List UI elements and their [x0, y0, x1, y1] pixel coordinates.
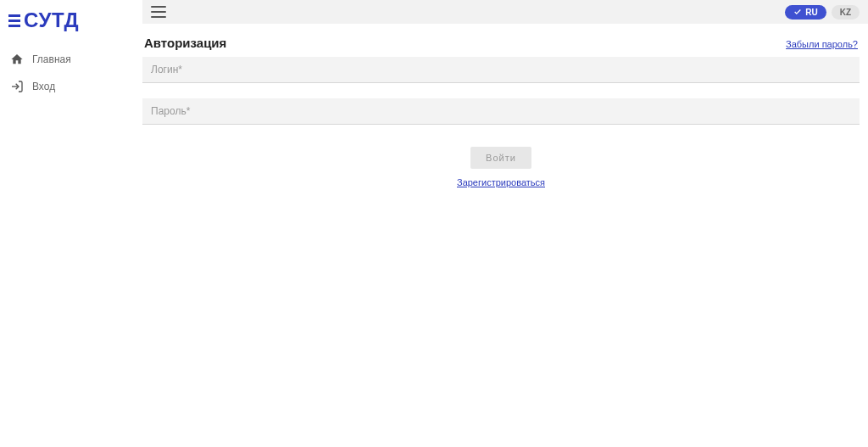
brand-logo: СУТД: [0, 5, 142, 41]
sidebar-item-label: Вход: [32, 81, 55, 92]
sidebar-item-label: Главная: [32, 53, 71, 65]
home-icon: [10, 53, 24, 66]
language-ru[interactable]: RU: [785, 5, 826, 20]
language-ru-label: RU: [805, 8, 817, 17]
hamburger-icon[interactable]: [151, 6, 166, 18]
sidebar-nav: Главная Вход: [0, 46, 142, 100]
forgot-password-link[interactable]: Забыли пароль?: [786, 39, 858, 49]
sidebar: СУТД Главная Вход: [0, 0, 142, 447]
page-title: Авторизация: [144, 36, 226, 50]
language-kz[interactable]: KZ: [832, 5, 860, 20]
auth-content: Авторизация Забыли пароль? Войти Зарегис…: [142, 24, 868, 187]
menu-icon: [8, 14, 20, 27]
login-input[interactable]: [142, 57, 860, 83]
brand-logo-text: СУТД: [24, 8, 79, 32]
language-kz-label: KZ: [840, 8, 851, 17]
login-icon: [10, 80, 24, 93]
title-row: Авторизация Забыли пароль?: [142, 36, 860, 57]
register-link[interactable]: Зарегистрироваться: [457, 177, 545, 187]
sidebar-item-login[interactable]: Вход: [0, 73, 142, 100]
main: RU KZ Авторизация Забыли пароль? Войти З…: [142, 0, 868, 447]
topbar: RU KZ: [142, 0, 868, 24]
language-switcher: RU KZ: [785, 5, 860, 20]
form-actions: Войти Зарегистрироваться: [142, 147, 860, 187]
password-input[interactable]: [142, 98, 860, 125]
checkmark-icon: [793, 8, 802, 16]
sidebar-item-home[interactable]: Главная: [0, 46, 142, 73]
submit-button[interactable]: Войти: [470, 147, 531, 169]
